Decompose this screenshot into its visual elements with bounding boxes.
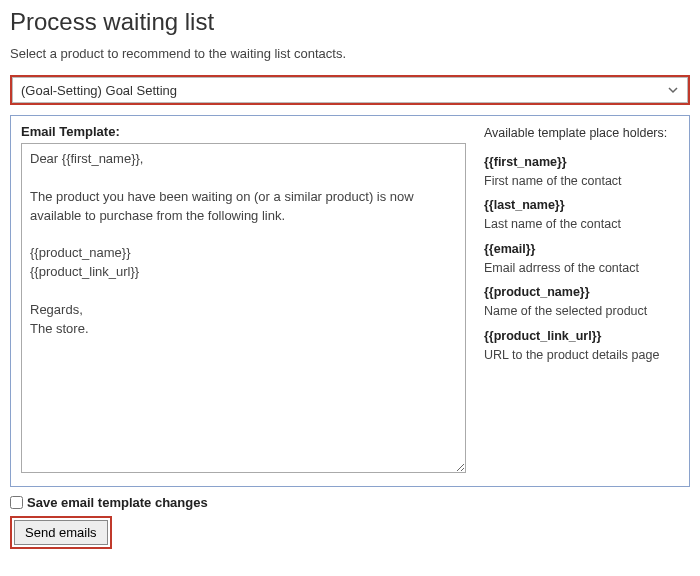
save-template-checkbox-row[interactable]: Save email template changes	[10, 495, 690, 510]
email-template-panel: Email Template: Available template place…	[10, 115, 690, 487]
product-select[interactable]: (Goal-Setting) Goal Setting	[12, 77, 688, 103]
placeholders-title: Available template place holders:	[484, 124, 679, 143]
save-template-checkbox[interactable]	[10, 496, 23, 509]
instruction-text: Select a product to recommend to the wai…	[10, 46, 690, 61]
send-emails-button[interactable]: Send emails	[14, 520, 108, 545]
chevron-down-icon	[667, 84, 679, 96]
email-template-label: Email Template:	[21, 124, 466, 139]
send-button-highlight: Send emails	[10, 516, 112, 549]
placeholder-item: {{product_link_url}} URL to the product …	[484, 327, 679, 365]
placeholder-item: {{product_name}} Name of the selected pr…	[484, 283, 679, 321]
placeholder-token: {{email}}	[484, 242, 535, 256]
save-template-label: Save email template changes	[27, 495, 208, 510]
placeholder-desc: First name of the contact	[484, 172, 679, 191]
placeholder-item: {{first_name}} First name of the contact	[484, 153, 679, 191]
placeholders-help: Available template place holders: {{firs…	[484, 124, 679, 476]
placeholder-desc: Name of the selected product	[484, 302, 679, 321]
email-template-textarea[interactable]	[21, 143, 466, 473]
placeholder-item: {{last_name}} Last name of the contact	[484, 196, 679, 234]
placeholder-desc: URL to the product details page	[484, 346, 679, 365]
placeholder-token: {{product_name}}	[484, 285, 590, 299]
placeholder-token: {{product_link_url}}	[484, 329, 601, 343]
page-title: Process waiting list	[10, 8, 690, 36]
placeholder-token: {{first_name}}	[484, 155, 567, 169]
placeholder-desc: Email adrress of the contact	[484, 259, 679, 278]
product-select-highlight: (Goal-Setting) Goal Setting	[10, 75, 690, 105]
placeholder-desc: Last name of the contact	[484, 215, 679, 234]
placeholder-item: {{email}} Email adrress of the contact	[484, 240, 679, 278]
placeholder-token: {{last_name}}	[484, 198, 565, 212]
product-select-value: (Goal-Setting) Goal Setting	[21, 83, 177, 98]
